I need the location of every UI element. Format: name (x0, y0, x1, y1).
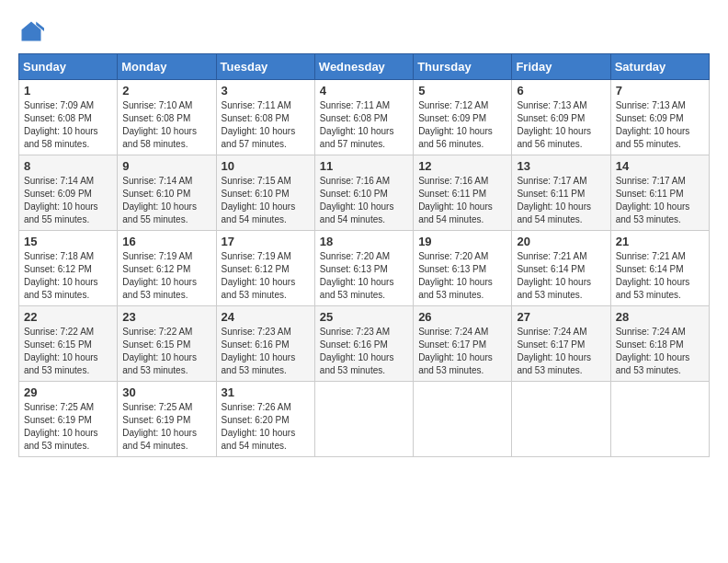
calendar-cell: 16Sunrise: 7:19 AM Sunset: 6:12 PM Dayli… (118, 231, 216, 306)
calendar-cell: 14Sunrise: 7:17 AM Sunset: 6:11 PM Dayli… (610, 155, 709, 231)
day-number: 31 (222, 385, 310, 399)
day-info: Sunrise: 7:23 AM Sunset: 6:16 PM Dayligh… (222, 326, 310, 377)
day-number: 11 (320, 159, 408, 173)
day-number: 22 (24, 310, 112, 324)
day-number: 25 (320, 310, 408, 324)
calendar-table: SundayMondayTuesdayWednesdayThursdayFrid… (18, 53, 710, 457)
day-info: Sunrise: 7:25 AM Sunset: 6:19 PM Dayligh… (122, 401, 210, 453)
weekday-header: Saturday (610, 54, 709, 80)
calendar-cell: 27Sunrise: 7:24 AM Sunset: 6:17 PM Dayli… (512, 306, 610, 382)
calendar-cell: 26Sunrise: 7:24 AM Sunset: 6:17 PM Dayli… (414, 306, 512, 382)
day-number: 20 (517, 235, 605, 248)
day-info: Sunrise: 7:13 AM Sunset: 6:09 PM Dayligh… (517, 99, 605, 151)
day-number: 28 (616, 310, 704, 324)
day-info: Sunrise: 7:24 AM Sunset: 6:18 PM Dayligh… (616, 326, 704, 377)
day-info: Sunrise: 7:19 AM Sunset: 6:12 PM Dayligh… (122, 250, 210, 302)
calendar-week-row: 22Sunrise: 7:22 AM Sunset: 6:15 PM Dayli… (19, 306, 710, 382)
calendar-cell (414, 382, 512, 457)
day-info: Sunrise: 7:16 AM Sunset: 6:10 PM Dayligh… (320, 175, 408, 226)
day-number: 13 (517, 159, 605, 173)
calendar-cell: 9Sunrise: 7:14 AM Sunset: 6:10 PM Daylig… (118, 155, 216, 231)
page-header (18, 18, 710, 44)
weekday-header: Thursday (414, 54, 512, 80)
calendar-cell: 6Sunrise: 7:13 AM Sunset: 6:09 PM Daylig… (512, 80, 610, 155)
calendar-cell: 20Sunrise: 7:21 AM Sunset: 6:14 PM Dayli… (512, 231, 610, 306)
calendar-cell: 28Sunrise: 7:24 AM Sunset: 6:18 PM Dayli… (610, 306, 709, 382)
day-info: Sunrise: 7:19 AM Sunset: 6:12 PM Dayligh… (222, 250, 310, 302)
day-info: Sunrise: 7:12 AM Sunset: 6:09 PM Dayligh… (418, 99, 506, 151)
logo-icon (18, 18, 44, 44)
day-info: Sunrise: 7:21 AM Sunset: 6:14 PM Dayligh… (517, 250, 605, 302)
day-number: 2 (122, 84, 210, 98)
day-number: 1 (24, 84, 112, 98)
day-info: Sunrise: 7:25 AM Sunset: 6:19 PM Dayligh… (24, 401, 112, 453)
calendar-cell: 25Sunrise: 7:23 AM Sunset: 6:16 PM Dayli… (314, 306, 413, 382)
calendar-cell: 3Sunrise: 7:11 AM Sunset: 6:08 PM Daylig… (216, 80, 314, 155)
day-number: 5 (418, 84, 506, 98)
calendar-cell: 5Sunrise: 7:12 AM Sunset: 6:09 PM Daylig… (414, 80, 512, 155)
calendar-cell: 30Sunrise: 7:25 AM Sunset: 6:19 PM Dayli… (118, 382, 216, 457)
calendar-week-row: 1Sunrise: 7:09 AM Sunset: 6:08 PM Daylig… (19, 80, 710, 155)
calendar-cell: 11Sunrise: 7:16 AM Sunset: 6:10 PM Dayli… (314, 155, 413, 231)
weekday-header: Wednesday (314, 54, 413, 80)
calendar-cell: 18Sunrise: 7:20 AM Sunset: 6:13 PM Dayli… (314, 231, 413, 306)
day-number: 12 (418, 159, 506, 173)
day-info: Sunrise: 7:26 AM Sunset: 6:20 PM Dayligh… (222, 401, 310, 453)
calendar-cell: 4Sunrise: 7:11 AM Sunset: 6:08 PM Daylig… (314, 80, 413, 155)
logo (18, 18, 48, 44)
day-info: Sunrise: 7:14 AM Sunset: 6:09 PM Dayligh… (24, 175, 112, 226)
day-number: 21 (616, 235, 704, 248)
calendar-cell: 1Sunrise: 7:09 AM Sunset: 6:08 PM Daylig… (19, 80, 118, 155)
day-number: 10 (222, 159, 310, 173)
weekday-header-row: SundayMondayTuesdayWednesdayThursdayFrid… (19, 54, 710, 80)
day-info: Sunrise: 7:20 AM Sunset: 6:13 PM Dayligh… (320, 250, 408, 302)
day-info: Sunrise: 7:16 AM Sunset: 6:11 PM Dayligh… (418, 175, 506, 226)
day-number: 29 (24, 385, 112, 399)
day-info: Sunrise: 7:24 AM Sunset: 6:17 PM Dayligh… (517, 326, 605, 377)
day-info: Sunrise: 7:18 AM Sunset: 6:12 PM Dayligh… (24, 250, 112, 302)
day-info: Sunrise: 7:22 AM Sunset: 6:15 PM Dayligh… (122, 326, 210, 377)
day-info: Sunrise: 7:17 AM Sunset: 6:11 PM Dayligh… (616, 175, 704, 226)
calendar-cell: 19Sunrise: 7:20 AM Sunset: 6:13 PM Dayli… (414, 231, 512, 306)
calendar-cell: 15Sunrise: 7:18 AM Sunset: 6:12 PM Dayli… (19, 231, 118, 306)
day-info: Sunrise: 7:17 AM Sunset: 6:11 PM Dayligh… (517, 175, 605, 226)
day-info: Sunrise: 7:11 AM Sunset: 6:08 PM Dayligh… (222, 99, 310, 151)
day-number: 19 (418, 235, 506, 248)
day-info: Sunrise: 7:22 AM Sunset: 6:15 PM Dayligh… (24, 326, 112, 377)
calendar-cell: 10Sunrise: 7:15 AM Sunset: 6:10 PM Dayli… (216, 155, 314, 231)
day-number: 23 (122, 310, 210, 324)
calendar-week-row: 8Sunrise: 7:14 AM Sunset: 6:09 PM Daylig… (19, 155, 710, 231)
day-number: 26 (418, 310, 506, 324)
day-number: 16 (122, 235, 210, 248)
day-info: Sunrise: 7:11 AM Sunset: 6:08 PM Dayligh… (320, 99, 408, 151)
calendar-cell: 8Sunrise: 7:14 AM Sunset: 6:09 PM Daylig… (19, 155, 118, 231)
day-number: 27 (517, 310, 605, 324)
weekday-header: Tuesday (216, 54, 314, 80)
day-info: Sunrise: 7:15 AM Sunset: 6:10 PM Dayligh… (222, 175, 310, 226)
day-number: 14 (616, 159, 704, 173)
day-number: 30 (122, 385, 210, 399)
calendar-cell: 21Sunrise: 7:21 AM Sunset: 6:14 PM Dayli… (610, 231, 709, 306)
day-number: 15 (24, 235, 112, 248)
calendar-cell: 23Sunrise: 7:22 AM Sunset: 6:15 PM Dayli… (118, 306, 216, 382)
weekday-header: Sunday (19, 54, 118, 80)
calendar-cell: 17Sunrise: 7:19 AM Sunset: 6:12 PM Dayli… (216, 231, 314, 306)
calendar-cell: 22Sunrise: 7:22 AM Sunset: 6:15 PM Dayli… (19, 306, 118, 382)
calendar-cell: 24Sunrise: 7:23 AM Sunset: 6:16 PM Dayli… (216, 306, 314, 382)
day-info: Sunrise: 7:23 AM Sunset: 6:16 PM Dayligh… (320, 326, 408, 377)
weekday-header: Friday (512, 54, 610, 80)
calendar-cell (512, 382, 610, 457)
calendar-cell: 31Sunrise: 7:26 AM Sunset: 6:20 PM Dayli… (216, 382, 314, 457)
day-number: 6 (517, 84, 605, 98)
day-info: Sunrise: 7:10 AM Sunset: 6:08 PM Dayligh… (122, 99, 210, 151)
calendar-cell: 7Sunrise: 7:13 AM Sunset: 6:09 PM Daylig… (610, 80, 709, 155)
day-number: 9 (122, 159, 210, 173)
calendar-cell: 12Sunrise: 7:16 AM Sunset: 6:11 PM Dayli… (414, 155, 512, 231)
calendar-week-row: 15Sunrise: 7:18 AM Sunset: 6:12 PM Dayli… (19, 231, 710, 306)
day-info: Sunrise: 7:24 AM Sunset: 6:17 PM Dayligh… (418, 326, 506, 377)
day-number: 18 (320, 235, 408, 248)
calendar-cell: 2Sunrise: 7:10 AM Sunset: 6:08 PM Daylig… (118, 80, 216, 155)
calendar-cell (610, 382, 709, 457)
day-info: Sunrise: 7:20 AM Sunset: 6:13 PM Dayligh… (418, 250, 506, 302)
calendar-cell (314, 382, 413, 457)
